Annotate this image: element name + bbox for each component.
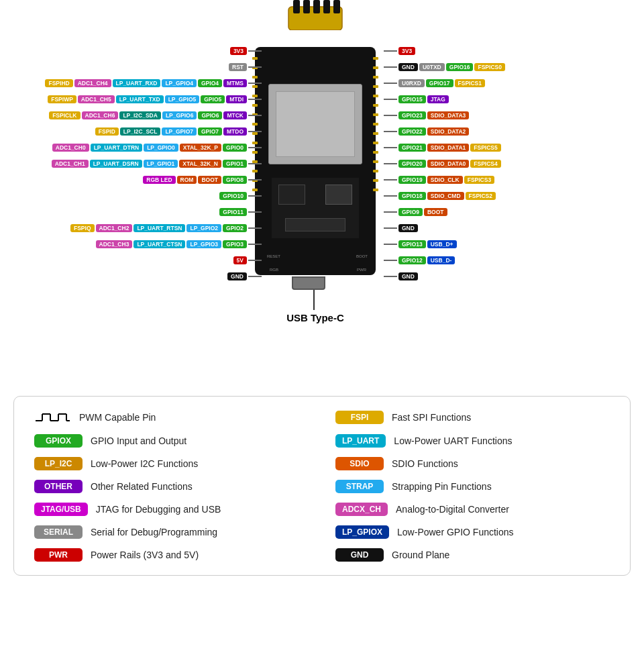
tag-fspics5: FSPICS5	[470, 144, 500, 152]
legend-lpgpio-text: Low-Power GPIO Functions	[397, 527, 514, 537]
tag-gpio19: GPIO19	[398, 176, 426, 184]
tag-boot8: BOOT	[198, 176, 221, 184]
pin-gpio7: FSPID LP_I2C_SCL LP_GPIO7 GPIO7 MTDO	[45, 124, 262, 139]
line	[248, 115, 262, 116]
pin-r6: GPIO21 SDIO_DATA1 FSPICS5	[384, 140, 505, 155]
tag-gpio1: GPIO1	[223, 160, 247, 168]
legend-other-text: Other Related Functions	[91, 481, 193, 492]
tag-mtms: MTMS	[223, 79, 247, 87]
tag-gnd-r3: GND	[398, 272, 418, 280]
line	[384, 179, 397, 180]
legend-strap-text: Strapping Pin Functions	[392, 481, 492, 492]
tag-gpio0: GPIO0	[223, 144, 247, 152]
pin-gnd-r2: GND	[384, 221, 505, 236]
svg-rect-5	[333, 0, 340, 13]
antenna-icon	[285, 0, 345, 30]
tag-mtdo: MTDO	[223, 127, 247, 136]
right-pin-row	[373, 57, 378, 191]
tag-fspiq: FSPIQ	[70, 224, 95, 232]
tag-gpio11: GPIO11	[219, 208, 247, 216]
left-pin-labels: 3V3 RST FSPIHD ADC1_CH4 LP_UART_RXD LP_G…	[45, 44, 262, 285]
tag-lpgpio4: LP_GPIO4	[162, 79, 197, 87]
tag-adc1ch4: ADC1_CH4	[74, 79, 111, 87]
tag-boot-r: BOOT	[424, 208, 447, 216]
line	[384, 260, 397, 261]
tag-lpi2cscl: LP_I2C_SCL	[120, 127, 161, 136]
tag-gpio8: GPIO8	[223, 176, 247, 184]
tag-mtck: MTCK	[223, 111, 247, 119]
legend-lpuart-badge: LP_UART	[335, 434, 386, 448]
tag-fspics1: FSPICS1	[455, 79, 485, 87]
components-area	[272, 178, 359, 238]
tag-fspics2: FSPICS2	[466, 192, 496, 200]
tag-gpio15: GPIO15	[398, 95, 426, 103]
legend-adc: ADCX_CH Analog-to-Digital Converter	[335, 503, 610, 516]
tag-3v3: 3V3	[230, 47, 247, 55]
module-chip	[268, 84, 362, 164]
line	[248, 179, 262, 180]
legend-pwr-text: Power Rails (3V3 and 5V)	[91, 550, 199, 560]
tag-sdiodata0: SDIO_DATA0	[427, 160, 470, 168]
line	[248, 147, 262, 148]
legend-jtag-text: JTAG for Debugging and USB	[96, 504, 221, 515]
legend-strap: STRAP Strapping Pin Functions	[335, 480, 610, 493]
tag-lpuarttxd: LP_UART_TXD	[116, 95, 164, 103]
legend-gnd-badge: GND	[335, 548, 384, 562]
legend-lpi2c: LP_I2C Low-Power I2C Functions	[34, 457, 309, 470]
tag-lpi2csda: LP_I2C_SDA	[119, 111, 161, 119]
svg-rect-3	[313, 0, 320, 13]
legend-lpi2c-text: Low-Power I2C Functions	[91, 458, 198, 469]
board-body: RESET BOOT RGB PWR	[255, 47, 376, 275]
line	[248, 163, 262, 164]
tag-sdiodata2: SDIO_DATA2	[427, 127, 470, 136]
pin-gpio4: FSPIHD ADC1_CH4 LP_UART_RXD LP_GPIO4 GPI…	[45, 76, 262, 91]
legend-lpgpio-badge: LP_GPIOX	[335, 525, 389, 539]
tag-lpgpio2: LP_GPIO2	[186, 224, 221, 232]
legend-other: OTHER Other Related Functions	[34, 480, 309, 493]
tag-lpuartrxd: LP_UART_RXD	[113, 79, 161, 87]
tag-adc1ch6: ADC1_CH6	[82, 111, 119, 119]
tag-adc1ch3: ADC1_CH3	[96, 240, 133, 248]
legend-lpgpio: LP_GPIOX Low-Power GPIO Functions	[335, 525, 610, 539]
tag-gnd-left: GND	[227, 272, 247, 280]
tag-fspid: FSPID	[95, 127, 119, 136]
tag-lpgpio7: LP_GPIO7	[162, 127, 197, 136]
pin-rst: RST	[45, 60, 262, 74]
legend-gpio-text: GPIO Input and Output	[91, 435, 186, 446]
legend-sdio: SDIO SDIO Functions	[335, 457, 610, 470]
tag-rgbled: RGB LED	[143, 176, 175, 184]
pin-r5: GPIO22 SDIO_DATA2	[384, 124, 505, 139]
tag-gpio10: GPIO10	[219, 192, 247, 200]
line	[248, 195, 262, 197]
tag-sdiodata1: SDIO_DATA1	[427, 144, 470, 152]
pin-gpio6: FSPICLK ADC1_CH6 LP_I2C_SDA LP_GPIO6 GPI…	[45, 108, 262, 123]
tag-u0txd: U0TXD	[419, 63, 445, 71]
pin-gpio10: GPIO10	[45, 189, 262, 203]
tag-5v: 5V	[233, 256, 247, 264]
line	[384, 147, 397, 148]
tag-lpuartrtsn: LP_UART_RTSN	[133, 224, 185, 232]
line	[248, 227, 262, 229]
legend-strap-badge: STRAP	[335, 480, 384, 493]
tag-usbdm: USB_D-	[427, 256, 455, 264]
line	[248, 260, 262, 261]
tag-lpuartdsrn: LP_UART_DSRN	[90, 160, 142, 168]
tag-adc1ch1: ADC1_CH1	[52, 160, 89, 168]
pin-r4: GPIO23 SDIO_DATA3	[384, 108, 505, 123]
tag-usbdp: USB_D+	[427, 240, 457, 248]
legend-fspi-badge: FSPI	[335, 411, 384, 424]
svg-rect-4	[323, 0, 330, 13]
tag-xtal32kn: XTAL_32K_N	[179, 160, 221, 168]
legend-gnd: GND Ground Plane	[335, 548, 610, 562]
pin-3v3-r: 3V3	[384, 44, 505, 58]
legend-gpio: GPIOX GPIO Input and Output	[34, 434, 309, 448]
tag-fspihd: FSPIHD	[45, 79, 72, 87]
usb-line	[313, 290, 315, 310]
diagram-area: RESET BOOT RGB PWR	[0, 0, 644, 376]
legend-serial-badge: SERIAL	[34, 525, 83, 539]
pwm-icon	[34, 410, 71, 425]
line	[248, 50, 262, 52]
tag-gpio17: GPIO17	[426, 79, 453, 87]
legend-pwr-badge: PWR	[34, 548, 83, 562]
tag-gpio2: GPIO2	[223, 224, 247, 232]
